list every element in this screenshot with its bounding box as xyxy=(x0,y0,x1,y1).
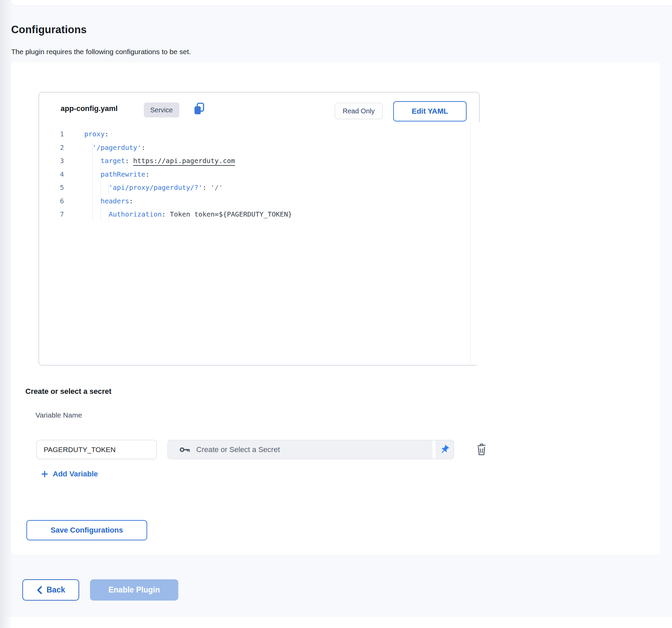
line-number: 3 xyxy=(39,154,64,168)
secret-section-heading: Create or select a secret xyxy=(25,387,111,396)
chevron-left-icon xyxy=(37,586,43,594)
line-number: 6 xyxy=(39,195,64,208)
previous-section-card-edge xyxy=(12,0,672,6)
line-number: 5 xyxy=(39,181,64,195)
line-number: 7 xyxy=(39,208,64,221)
enable-plugin-button[interactable]: Enable Plugin xyxy=(90,579,178,601)
line-number: 4 xyxy=(39,168,64,181)
pin-icon[interactable] xyxy=(435,440,454,459)
save-configurations-button[interactable]: Save Configurations xyxy=(26,520,147,540)
yaml-editor-card: app-config.yaml Service Read Only Edit Y… xyxy=(39,92,479,365)
variable-name-input[interactable] xyxy=(37,440,157,459)
footer-background-strip xyxy=(0,617,672,628)
code-line: 3 target: https://api.pagerduty.com xyxy=(39,154,470,168)
page-title: Configurations xyxy=(11,24,87,36)
edit-yaml-button[interactable]: Edit YAML xyxy=(393,101,467,121)
code-line: 4 pathRewrite: xyxy=(39,168,470,181)
yaml-code-area[interactable]: 1proxy:2 '/pagerduty':3 target: https://… xyxy=(39,128,470,364)
service-badge: Service xyxy=(144,103,179,117)
read-only-chip: Read Only xyxy=(335,103,383,119)
editor-scrollbar[interactable] xyxy=(470,122,479,365)
code-line: 7 Authorization: Token token=${PAGERDUTY… xyxy=(39,208,470,221)
code-line: 5 'api/proxy/pagerduty/?': '/' xyxy=(39,181,470,195)
code-line: 2 '/pagerduty': xyxy=(39,141,470,155)
trash-icon[interactable] xyxy=(474,442,489,457)
page-subtitle: The plugin requires the following config… xyxy=(11,48,191,56)
add-variable-label: Add Variable xyxy=(53,470,98,478)
configurations-card: app-config.yaml Service Read Only Edit Y… xyxy=(11,62,660,555)
line-number: 1 xyxy=(39,128,64,141)
back-button-label: Back xyxy=(47,585,65,595)
secret-select[interactable]: Create or Select a Secret xyxy=(167,440,454,459)
code-line: 6 headers: xyxy=(39,195,470,208)
code-line: 1proxy: xyxy=(39,128,470,141)
back-button[interactable]: Back xyxy=(22,579,79,601)
key-icon xyxy=(179,445,191,454)
secret-select-placeholder: Create or Select a Secret xyxy=(196,445,280,454)
variable-name-label: Variable Name xyxy=(36,411,82,419)
secret-select-divider xyxy=(432,441,435,458)
config-filename: app-config.yaml xyxy=(61,104,118,113)
add-variable-button[interactable]: Add Variable xyxy=(41,468,98,480)
line-number: 2 xyxy=(39,141,64,155)
left-edge-shadow xyxy=(0,0,12,628)
copy-icon[interactable] xyxy=(192,101,207,117)
plus-icon xyxy=(41,470,49,478)
